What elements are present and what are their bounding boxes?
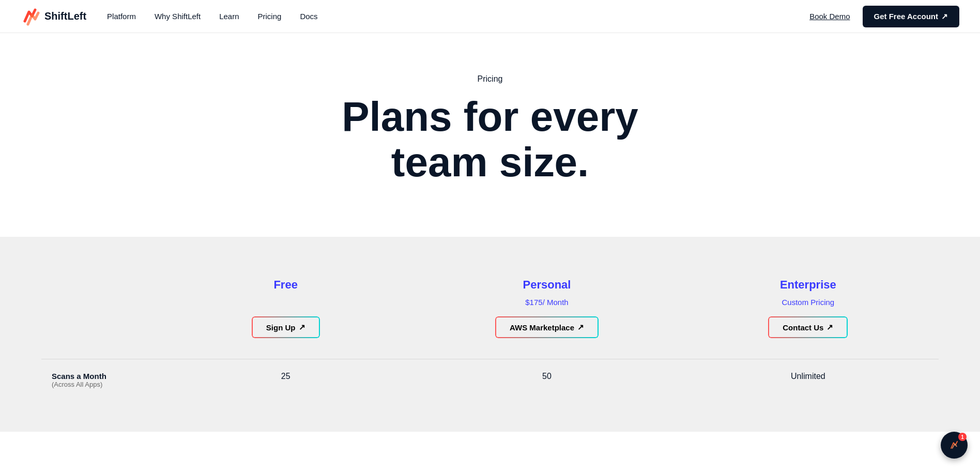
row-label-sub: (Across All Apps) — [52, 381, 145, 388]
nav-link-docs[interactable]: Docs — [300, 12, 317, 21]
scans-personal-value: 50 — [416, 359, 677, 401]
plan-free-price — [285, 298, 287, 310]
hero-eyebrow: Pricing — [21, 74, 959, 84]
nav-actions: Book Demo Get Free Account ↗ — [809, 6, 959, 27]
plan-free-name: Free — [273, 278, 297, 292]
plan-enterprise-price: Custom Pricing — [782, 298, 834, 310]
nav-link-platform[interactable]: Platform — [107, 12, 136, 21]
arrow-icon: ↗ — [826, 323, 833, 332]
plan-free-button[interactable]: Sign Up ↗ — [252, 316, 320, 338]
plan-personal-header: Personal $175/ Month AWS Marketplace ↗ — [416, 268, 677, 348]
pricing-header-grid: Free Sign Up ↗ Personal $175/ Month AWS … — [41, 268, 939, 348]
arrow-icon: ↗ — [941, 12, 948, 21]
get-free-account-button[interactable]: Get Free Account ↗ — [863, 6, 959, 27]
logo[interactable]: ShiftLeft — [21, 7, 86, 26]
hero-title: Plans for every team size. — [309, 94, 671, 185]
row-label-scans: Scans a Month (Across All Apps) — [41, 359, 155, 401]
navbar: ShiftLeft Platform Why ShiftLeft Learn P… — [0, 0, 980, 33]
plan-enterprise-header: Enterprise Custom Pricing Contact Us ↗ — [678, 268, 939, 348]
hero-section: Pricing Plans for every team size. — [0, 33, 980, 237]
plan-personal-name: Personal — [523, 278, 571, 292]
scans-enterprise-value: Unlimited — [678, 359, 939, 401]
plan-personal-button[interactable]: AWS Marketplace ↗ — [495, 316, 599, 338]
pricing-row-scans: Scans a Month (Across All Apps) 25 50 Un… — [41, 359, 939, 401]
logo-text: ShiftLeft — [44, 10, 86, 22]
scans-free-value: 25 — [155, 359, 416, 401]
arrow-icon: ↗ — [577, 323, 584, 332]
plan-enterprise-name: Enterprise — [780, 278, 836, 292]
plan-enterprise-button[interactable]: Contact Us ↗ — [768, 316, 848, 338]
arrow-icon: ↗ — [299, 323, 305, 332]
nav-link-pricing[interactable]: Pricing — [258, 12, 282, 21]
pricing-section: Free Sign Up ↗ Personal $175/ Month AWS … — [0, 237, 980, 432]
nav-links: Platform Why ShiftLeft Learn Pricing Doc… — [107, 12, 809, 21]
nav-link-learn[interactable]: Learn — [219, 12, 239, 21]
row-label-main: Scans a Month — [52, 372, 145, 381]
plan-free-header: Free Sign Up ↗ — [155, 268, 416, 348]
book-demo-link[interactable]: Book Demo — [809, 12, 850, 21]
nav-link-why-shiftleft[interactable]: Why ShiftLeft — [155, 12, 201, 21]
plan-personal-price: $175/ Month — [525, 298, 568, 310]
